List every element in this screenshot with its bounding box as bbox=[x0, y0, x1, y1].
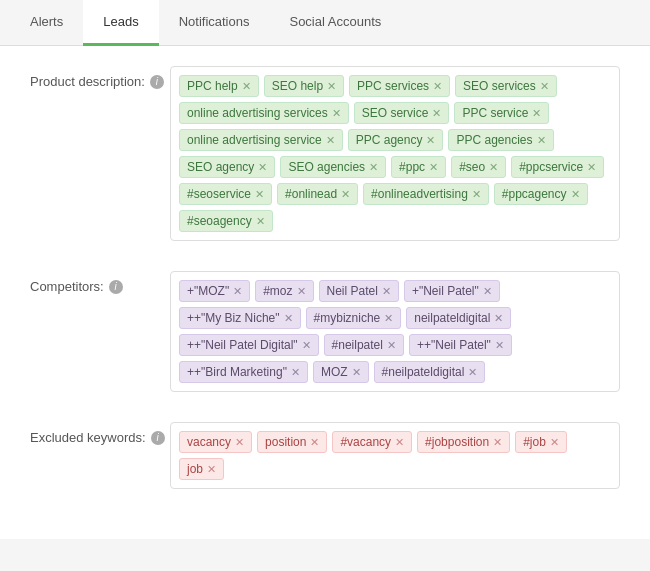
tag-close-icon[interactable]: ✕ bbox=[256, 216, 265, 227]
tag-close-icon[interactable]: ✕ bbox=[494, 313, 503, 324]
tag-close-icon[interactable]: ✕ bbox=[532, 108, 541, 119]
product-tag[interactable]: online advertising services✕ bbox=[179, 102, 349, 124]
product-tag[interactable]: PPC service✕ bbox=[454, 102, 549, 124]
competitor-tag[interactable]: MOZ✕ bbox=[313, 361, 369, 383]
product-tag[interactable]: SEO service✕ bbox=[354, 102, 450, 124]
tag-label: +"Neil Patel" bbox=[412, 284, 479, 298]
excluded-tag[interactable]: #jobposition✕ bbox=[417, 431, 510, 453]
tag-close-icon[interactable]: ✕ bbox=[242, 81, 251, 92]
product-tag[interactable]: PPC services✕ bbox=[349, 75, 450, 97]
tag-label: vacancy bbox=[187, 435, 231, 449]
tag-close-icon[interactable]: ✕ bbox=[395, 437, 404, 448]
product-tag[interactable]: #seoservice✕ bbox=[179, 183, 272, 205]
competitors-info-icon: i bbox=[109, 280, 123, 294]
tag-close-icon[interactable]: ✕ bbox=[302, 340, 311, 351]
tab-social-accounts[interactable]: Social Accounts bbox=[269, 0, 401, 46]
product-tag[interactable]: SEO help✕ bbox=[264, 75, 344, 97]
tag-close-icon[interactable]: ✕ bbox=[382, 286, 391, 297]
tag-label: online advertising service bbox=[187, 133, 322, 147]
tab-notifications[interactable]: Notifications bbox=[159, 0, 270, 46]
competitor-tag[interactable]: #neilpatel✕ bbox=[324, 334, 404, 356]
product-tag[interactable]: #seoagency✕ bbox=[179, 210, 273, 232]
tag-close-icon[interactable]: ✕ bbox=[258, 162, 267, 173]
tag-close-icon[interactable]: ✕ bbox=[550, 437, 559, 448]
product-tag[interactable]: PPC agency✕ bbox=[348, 129, 444, 151]
competitor-tag[interactable]: ++"My Biz Niche"✕ bbox=[179, 307, 301, 329]
tag-close-icon[interactable]: ✕ bbox=[472, 189, 481, 200]
tag-close-icon[interactable]: ✕ bbox=[310, 437, 319, 448]
tag-close-icon[interactable]: ✕ bbox=[495, 340, 504, 351]
excluded-tags-box[interactable]: vacancy✕position✕#vacancy✕#jobposition✕#… bbox=[170, 422, 620, 489]
tag-close-icon[interactable]: ✕ bbox=[297, 286, 306, 297]
excluded-tag[interactable]: vacancy✕ bbox=[179, 431, 252, 453]
tag-label: ++"Neil Patel Digital" bbox=[187, 338, 298, 352]
product-tag[interactable]: PPC agencies✕ bbox=[448, 129, 553, 151]
tag-close-icon[interactable]: ✕ bbox=[387, 340, 396, 351]
tag-label: job bbox=[187, 462, 203, 476]
product-tag[interactable]: #onlinead✕ bbox=[277, 183, 358, 205]
competitor-tag[interactable]: ++"Neil Patel"✕ bbox=[409, 334, 512, 356]
excluded-tag[interactable]: job✕ bbox=[179, 458, 224, 480]
tag-close-icon[interactable]: ✕ bbox=[468, 367, 477, 378]
product-tag[interactable]: #ppc✕ bbox=[391, 156, 446, 178]
tag-label: MOZ bbox=[321, 365, 348, 379]
competitor-tag[interactable]: #mybizniche✕ bbox=[306, 307, 402, 329]
competitor-tag[interactable]: #moz✕ bbox=[255, 280, 313, 302]
tag-label: PPC help bbox=[187, 79, 238, 93]
tag-close-icon[interactable]: ✕ bbox=[587, 162, 596, 173]
excluded-tag[interactable]: #job✕ bbox=[515, 431, 567, 453]
tag-label: SEO agency bbox=[187, 160, 254, 174]
tag-close-icon[interactable]: ✕ bbox=[433, 81, 442, 92]
competitor-tag[interactable]: ++"Neil Patel Digital"✕ bbox=[179, 334, 319, 356]
tag-close-icon[interactable]: ✕ bbox=[432, 108, 441, 119]
tag-close-icon[interactable]: ✕ bbox=[332, 108, 341, 119]
tag-close-icon[interactable]: ✕ bbox=[352, 367, 361, 378]
product-tag[interactable]: SEO services✕ bbox=[455, 75, 557, 97]
competitor-tag[interactable]: +"Neil Patel"✕ bbox=[404, 280, 500, 302]
tab-alerts[interactable]: Alerts bbox=[10, 0, 83, 46]
tag-close-icon[interactable]: ✕ bbox=[326, 135, 335, 146]
product-tag[interactable]: #onlineadvertising✕ bbox=[363, 183, 489, 205]
product-tag[interactable]: SEO agencies✕ bbox=[280, 156, 386, 178]
competitor-tag[interactable]: neilpateldigital✕ bbox=[406, 307, 511, 329]
tag-close-icon[interactable]: ✕ bbox=[483, 286, 492, 297]
product-tag[interactable]: #ppcservice✕ bbox=[511, 156, 604, 178]
tag-close-icon[interactable]: ✕ bbox=[489, 162, 498, 173]
competitor-tag[interactable]: +"MOZ"✕ bbox=[179, 280, 250, 302]
tag-close-icon[interactable]: ✕ bbox=[537, 135, 546, 146]
tag-close-icon[interactable]: ✕ bbox=[235, 437, 244, 448]
tag-close-icon[interactable]: ✕ bbox=[571, 189, 580, 200]
competitor-tag[interactable]: ++"Bird Marketing"✕ bbox=[179, 361, 308, 383]
product-tag[interactable]: online advertising service✕ bbox=[179, 129, 343, 151]
tag-close-icon[interactable]: ✕ bbox=[255, 189, 264, 200]
tabs-bar: Alerts Leads Notifications Social Accoun… bbox=[0, 0, 650, 46]
tag-close-icon[interactable]: ✕ bbox=[207, 464, 216, 475]
excluded-section: Excluded keywords: i vacancy✕position✕#v… bbox=[30, 422, 620, 489]
tag-label: #neilpatel bbox=[332, 338, 383, 352]
product-tags-box[interactable]: PPC help✕SEO help✕PPC services✕SEO servi… bbox=[170, 66, 620, 241]
tag-close-icon[interactable]: ✕ bbox=[341, 189, 350, 200]
excluded-tag[interactable]: position✕ bbox=[257, 431, 327, 453]
competitors-tags-box[interactable]: +"MOZ"✕#moz✕Neil Patel✕+"Neil Patel"✕++"… bbox=[170, 271, 620, 392]
product-tag[interactable]: PPC help✕ bbox=[179, 75, 259, 97]
tag-label: #seo bbox=[459, 160, 485, 174]
tag-close-icon[interactable]: ✕ bbox=[540, 81, 549, 92]
product-tag[interactable]: #seo✕ bbox=[451, 156, 506, 178]
product-tag[interactable]: SEO agency✕ bbox=[179, 156, 275, 178]
tag-close-icon[interactable]: ✕ bbox=[327, 81, 336, 92]
tag-close-icon[interactable]: ✕ bbox=[493, 437, 502, 448]
tag-close-icon[interactable]: ✕ bbox=[291, 367, 300, 378]
competitor-tag[interactable]: #neilpateldigital✕ bbox=[374, 361, 486, 383]
product-label: Product description: i bbox=[30, 66, 170, 89]
tag-close-icon[interactable]: ✕ bbox=[384, 313, 393, 324]
product-tag[interactable]: #ppcagency✕ bbox=[494, 183, 588, 205]
tab-leads[interactable]: Leads bbox=[83, 0, 158, 46]
tag-label: SEO service bbox=[362, 106, 429, 120]
tag-close-icon[interactable]: ✕ bbox=[426, 135, 435, 146]
tag-close-icon[interactable]: ✕ bbox=[284, 313, 293, 324]
tag-close-icon[interactable]: ✕ bbox=[369, 162, 378, 173]
competitor-tag[interactable]: Neil Patel✕ bbox=[319, 280, 399, 302]
tag-close-icon[interactable]: ✕ bbox=[429, 162, 438, 173]
excluded-tag[interactable]: #vacancy✕ bbox=[332, 431, 412, 453]
tag-close-icon[interactable]: ✕ bbox=[233, 286, 242, 297]
